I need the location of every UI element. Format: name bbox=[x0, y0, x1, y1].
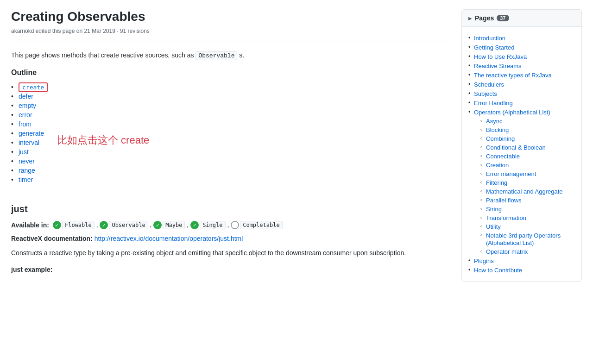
sidebar-nav: IntroductionGetting StartedHow to Use Rx… bbox=[462, 27, 581, 281]
sidebar-sublink-utility[interactable]: Utility bbox=[486, 223, 501, 230]
sidebar-link-operators-(alphabetical-list)[interactable]: Operators (Alphabetical List) bbox=[474, 109, 550, 116]
just-heading: just bbox=[11, 204, 450, 214]
outline-link-from[interactable]: from bbox=[19, 120, 32, 128]
outline-item-from: from bbox=[11, 120, 48, 128]
sidebar-sublink-mathematical-and-aggregate[interactable]: Mathematical and Aggregate bbox=[486, 188, 563, 195]
outline-link-empty[interactable]: empty bbox=[19, 102, 36, 109]
outline-item-defer: defer bbox=[11, 93, 48, 100]
sidebar-item-the-reactive-types-of-rxjava: The reactive types of RxJava bbox=[468, 71, 575, 79]
type-badge-single: Single bbox=[200, 221, 225, 229]
outline-list: createdeferemptyerrorfromgenerateinterva… bbox=[11, 82, 48, 185]
sidebar-sublist: AsyncBlockingCombiningConditional & Bool… bbox=[474, 117, 575, 255]
sidebar-subitem-parallel-flows: Parallel flows bbox=[480, 196, 575, 204]
intro-code: Observable bbox=[196, 51, 237, 60]
sidebar-subitem-error-management: Error management bbox=[480, 170, 575, 177]
sidebar-item-subjects: Subjects bbox=[468, 90, 575, 97]
sidebar-sublink-conditional-&-boolean[interactable]: Conditional & Boolean bbox=[486, 144, 546, 151]
intro-text-before: This page shows methods that create reac… bbox=[11, 51, 196, 59]
sidebar-subitem-transformation: Transformation bbox=[480, 214, 575, 221]
divider bbox=[11, 42, 450, 42]
sidebar-subitem-blocking: Blocking bbox=[480, 126, 575, 133]
type-badge-maybe: Maybe bbox=[163, 221, 185, 229]
just-description: Constructs a reactive type by taking a p… bbox=[11, 248, 450, 258]
outline-item-never: never bbox=[11, 157, 48, 165]
sidebar-subitem-utility: Utility bbox=[480, 223, 575, 230]
empty-circle-completable bbox=[231, 221, 239, 229]
sidebar-subitem-string: String bbox=[480, 205, 575, 213]
outline-item-empty: empty bbox=[11, 102, 48, 109]
sidebar-sublink-parallel-flows[interactable]: Parallel flows bbox=[486, 197, 522, 204]
sidebar-link-subjects[interactable]: Subjects bbox=[474, 90, 497, 97]
sidebar-subitem-notable-3rd-party-operators-(alphabetical-list): Notable 3rd party Operators (Alphabetica… bbox=[480, 232, 575, 246]
sidebar-link-schedulers[interactable]: Schedulers bbox=[474, 81, 504, 88]
outline-item-interval: interval bbox=[11, 139, 48, 146]
sidebar-link-how-to-use-rxjava[interactable]: How to Use RxJava bbox=[474, 53, 527, 60]
check-icon-single bbox=[190, 221, 199, 229]
sidebar-link-getting-started[interactable]: Getting Started bbox=[474, 44, 514, 51]
reactivex-label: ReactiveX documentation: bbox=[11, 235, 93, 242]
sidebar-link-introduction[interactable]: Introduction bbox=[474, 35, 505, 42]
outline-link-generate[interactable]: generate bbox=[19, 130, 44, 137]
sidebar-link-the-reactive-types-of-rxjava[interactable]: The reactive types of RxJava bbox=[474, 72, 552, 79]
sidebar-sublink-error-management[interactable]: Error management bbox=[486, 170, 536, 177]
sidebar-subitem-mathematical-and-aggregate: Mathematical and Aggregate bbox=[480, 188, 575, 195]
sidebar-item-introduction: Introduction bbox=[468, 34, 575, 42]
pages-box: ▶ Pages 37 IntroductionGetting StartedHo… bbox=[461, 9, 582, 282]
outline-link-never[interactable]: never bbox=[19, 157, 35, 165]
sidebar-sublink-async[interactable]: Async bbox=[486, 118, 502, 125]
main-content: Creating Observables akarnokd edited thi… bbox=[11, 9, 450, 282]
sidebar-sublink-creation[interactable]: Creation bbox=[486, 162, 509, 169]
sidebar-link-error-handling[interactable]: Error Handling bbox=[474, 100, 513, 107]
sidebar-link-reactive-streams[interactable]: Reactive Streams bbox=[474, 63, 522, 69]
sidebar-link-how-to-contribute[interactable]: How to Contribute bbox=[474, 267, 522, 274]
sidebar-sublink-transformation[interactable]: Transformation bbox=[486, 214, 526, 221]
page-title: Creating Observables bbox=[11, 9, 450, 24]
sidebar-item-error-handling: Error Handling bbox=[468, 99, 575, 107]
type-badge-observable: Observable bbox=[109, 221, 148, 229]
reactivex-doc: ReactiveX documentation: http://reactive… bbox=[11, 235, 450, 242]
intro-paragraph: This page shows methods that create reac… bbox=[11, 51, 450, 59]
sidebar-subitem-async: Async bbox=[480, 117, 575, 125]
outline-item-create: create bbox=[11, 83, 48, 91]
sidebar-sublink-notable-3rd-party-operators-(alphabetical-list)[interactable]: Notable 3rd party Operators (Alphabetica… bbox=[486, 232, 561, 246]
sidebar-item-getting-started: Getting Started bbox=[468, 44, 575, 51]
sidebar-item-plugins: Plugins bbox=[468, 257, 575, 264]
annotation-text: 比如点击这个 create bbox=[57, 133, 149, 147]
sidebar-sublink-string[interactable]: String bbox=[486, 206, 502, 213]
outline-link-defer[interactable]: defer bbox=[19, 93, 33, 100]
pages-title: Pages bbox=[475, 14, 494, 22]
reactivex-link[interactable]: http://reactivex.io/documentation/operat… bbox=[95, 235, 243, 242]
pages-badge: 37 bbox=[497, 15, 509, 21]
sidebar-subitem-connectable: Connectable bbox=[480, 152, 575, 160]
sidebar-sublink-operator-matrix[interactable]: Operator matrix bbox=[486, 248, 528, 255]
sidebar-link-plugins[interactable]: Plugins bbox=[474, 257, 494, 264]
pages-header[interactable]: ▶ Pages 37 bbox=[462, 10, 581, 27]
type-badge-completable: Completable bbox=[240, 221, 282, 229]
check-icon-maybe bbox=[153, 221, 162, 229]
outline-link-interval[interactable]: interval bbox=[19, 139, 39, 146]
outline-link-error[interactable]: error bbox=[19, 111, 32, 119]
sidebar-sublink-combining[interactable]: Combining bbox=[486, 135, 515, 142]
outline-item-timer: timer bbox=[11, 176, 48, 183]
outline-link-just[interactable]: just bbox=[19, 148, 29, 156]
sidebar-subitem-creation: Creation bbox=[480, 161, 575, 169]
intro-text-after: s. bbox=[237, 51, 244, 59]
sidebar-sublink-connectable[interactable]: Connectable bbox=[486, 153, 520, 160]
sidebar: ▶ Pages 37 IntroductionGetting StartedHo… bbox=[461, 9, 582, 282]
check-icon-flowable bbox=[53, 221, 61, 229]
sidebar-sublink-blocking[interactable]: Blocking bbox=[486, 126, 509, 133]
outline-item-error: error bbox=[11, 111, 48, 119]
outline-link-timer[interactable]: timer bbox=[19, 176, 33, 183]
check-icon-observable bbox=[100, 221, 108, 229]
chevron-right-icon: ▶ bbox=[468, 16, 472, 21]
sidebar-subitem-filtering: Filtering bbox=[480, 179, 575, 186]
sidebar-item-reactive-streams: Reactive Streams bbox=[468, 62, 575, 69]
page-meta: akarnokd edited this page on 21 Mar 2019… bbox=[11, 28, 450, 34]
outline-link-range[interactable]: range bbox=[19, 167, 35, 174]
sidebar-sublink-filtering[interactable]: Filtering bbox=[486, 179, 507, 186]
sidebar-subitem-operator-matrix: Operator matrix bbox=[480, 248, 575, 255]
available-label: Available in: bbox=[11, 221, 49, 229]
outline-item-generate: generate bbox=[11, 130, 48, 137]
outline-row: createdeferemptyerrorfromgenerateinterva… bbox=[11, 82, 450, 199]
outline-link-create[interactable]: create bbox=[19, 82, 48, 92]
